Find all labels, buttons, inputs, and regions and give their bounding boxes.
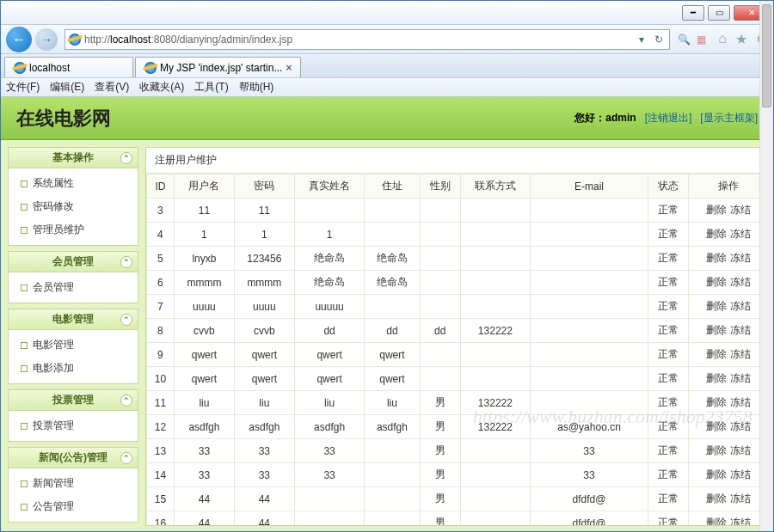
menu-favorites[interactable]: 收藏夹(A) — [139, 80, 184, 95]
forward-button[interactable]: → — [35, 28, 58, 51]
scrollbar-thumb[interactable] — [762, 4, 771, 107]
menu-edit[interactable]: 编辑(E) — [50, 80, 84, 95]
refresh-icon[interactable]: ↻ — [652, 33, 666, 46]
cell-addr — [365, 439, 420, 463]
freeze-link[interactable]: 冻结 — [730, 420, 751, 432]
cell-pwd: 33 — [234, 463, 294, 487]
sidebar-item[interactable]: 系统属性 — [9, 172, 138, 195]
sidebar-item[interactable]: 密码修改 — [9, 195, 138, 218]
sidebar-item[interactable]: 电影管理 — [9, 333, 138, 357]
cell-pwd: liu — [234, 391, 294, 415]
cell-email: dfdfd@ — [531, 511, 648, 527]
cell-addr: 绝命岛 — [365, 247, 420, 271]
delete-link[interactable]: 删除 — [706, 420, 727, 432]
delete-link[interactable]: 删除 — [706, 300, 727, 312]
panel-header[interactable]: 会员管理⌃ — [9, 252, 138, 272]
freeze-link[interactable]: 冻结 — [730, 444, 751, 456]
cell-name: qwert — [294, 367, 364, 391]
tab-localhost[interactable]: localhost — [4, 57, 133, 77]
cell-email: 33 — [531, 439, 648, 463]
favorites-icon[interactable]: ★ — [735, 31, 747, 47]
cell-tel — [460, 511, 530, 527]
cell-actions: 删除冻结 — [689, 511, 769, 527]
cell-user: 44 — [174, 511, 234, 527]
page-header: 在线电影网 您好：admin [注销退出] [显示主框架] — [1, 97, 773, 140]
freeze-link[interactable]: 冻结 — [730, 300, 751, 312]
freeze-link[interactable]: 冻结 — [730, 492, 751, 504]
dropdown-icon[interactable]: ▾ — [635, 33, 648, 46]
sidebar-item[interactable]: 会员管理 — [9, 276, 138, 299]
compat-icon[interactable]: ▦ — [694, 33, 708, 46]
window-titlebar: ━ ▭ ✕ — [1, 1, 773, 25]
sidebar-item[interactable]: 公告管理 — [9, 495, 138, 518]
window-minimize-button[interactable]: ━ — [682, 5, 704, 21]
delete-link[interactable]: 删除 — [706, 228, 727, 240]
delete-link[interactable]: 删除 — [706, 492, 727, 504]
freeze-link[interactable]: 冻结 — [730, 204, 751, 216]
freeze-link[interactable]: 冻结 — [730, 372, 751, 384]
window-maximize-button[interactable]: ▭ — [708, 5, 730, 21]
sidebar-item[interactable]: 电影添加 — [9, 357, 138, 380]
table-row: 10qwertqwertqwertqwert正常删除冻结 — [147, 367, 769, 391]
menu-file[interactable]: 文件(F) — [6, 80, 40, 95]
cell-name: 绝命岛 — [294, 271, 364, 295]
delete-link[interactable]: 删除 — [706, 468, 727, 480]
back-button[interactable]: ← — [6, 27, 32, 52]
cell-pwd: 11 — [234, 199, 294, 223]
tab-jsp[interactable]: My JSP 'index.jsp' startin... × — [135, 57, 301, 77]
collapse-icon[interactable]: ⌃ — [120, 452, 132, 464]
freeze-link[interactable]: 冻结 — [730, 324, 751, 336]
delete-link[interactable]: 删除 — [706, 396, 727, 408]
column-header: ID — [147, 174, 175, 199]
delete-link[interactable]: 删除 — [706, 372, 727, 384]
panel-header[interactable]: 投票管理⌃ — [9, 390, 138, 411]
cell-actions: 删除冻结 — [689, 367, 769, 391]
delete-link[interactable]: 删除 — [706, 204, 727, 216]
freeze-link[interactable]: 冻结 — [730, 396, 751, 408]
close-icon[interactable]: × — [286, 62, 292, 74]
cell-addr: asdfgh — [365, 415, 420, 439]
vertical-scrollbar[interactable] — [759, 1, 773, 531]
collapse-icon[interactable]: ⌃ — [120, 256, 132, 268]
sidebar-item[interactable]: 投票管理 — [9, 414, 138, 437]
freeze-link[interactable]: 冻结 — [730, 228, 751, 240]
delete-link[interactable]: 删除 — [706, 517, 727, 526]
search-icon[interactable]: 🔍 — [677, 33, 691, 46]
menu-view[interactable]: 查看(V) — [95, 80, 129, 95]
cell-stat: 正常 — [648, 511, 689, 527]
freeze-link[interactable]: 冻结 — [730, 276, 751, 288]
logout-link[interactable]: [注销退出] — [645, 111, 692, 125]
collapse-icon[interactable]: ⌃ — [120, 152, 132, 164]
delete-link[interactable]: 删除 — [706, 444, 727, 456]
delete-link[interactable]: 删除 — [706, 348, 727, 360]
home-icon[interactable]: ⌂ — [718, 31, 727, 47]
panel-header[interactable]: 新闻(公告)管理⌃ — [9, 448, 138, 468]
collapse-icon[interactable]: ⌃ — [120, 394, 132, 407]
collapse-icon[interactable]: ⌃ — [120, 314, 132, 326]
delete-link[interactable]: 删除 — [706, 252, 727, 264]
panel-header[interactable]: 基本操作⌃ — [9, 148, 138, 168]
address-bar[interactable]: http://localhost:8080/dianying/admin/ind… — [64, 29, 670, 50]
freeze-link[interactable]: 冻结 — [730, 517, 751, 526]
cell-email — [531, 223, 648, 247]
menu-help[interactable]: 帮助(H) — [239, 80, 274, 95]
cell-addr: qwert — [365, 343, 420, 367]
sidebar-item[interactable]: 新闻管理 — [9, 472, 138, 495]
sidebar-panel: 新闻(公告)管理⌃新闻管理公告管理 — [8, 447, 138, 523]
cell-id: 13 — [147, 439, 175, 463]
showframe-link[interactable]: [显示主框架] — [700, 111, 758, 125]
delete-link[interactable]: 删除 — [706, 324, 727, 336]
sidebar-item[interactable]: 管理员维护 — [9, 218, 138, 242]
delete-link[interactable]: 删除 — [706, 276, 727, 288]
sidebar-panel: 会员管理⌃会员管理 — [8, 251, 138, 303]
site-title: 在线电影网 — [16, 106, 111, 131]
freeze-link[interactable]: 冻结 — [730, 468, 751, 480]
cell-name: 1 — [294, 223, 364, 247]
cell-sex: dd — [420, 319, 460, 343]
menu-tools[interactable]: 工具(T) — [194, 80, 228, 95]
table-row: 14333333男33正常删除冻结 — [147, 463, 769, 487]
panel-header[interactable]: 电影管理⌃ — [9, 309, 138, 330]
freeze-link[interactable]: 冻结 — [730, 252, 751, 264]
table-row: 8cvvbcvvbdddddd132222正常删除冻结 — [147, 319, 769, 343]
freeze-link[interactable]: 冻结 — [730, 348, 751, 360]
